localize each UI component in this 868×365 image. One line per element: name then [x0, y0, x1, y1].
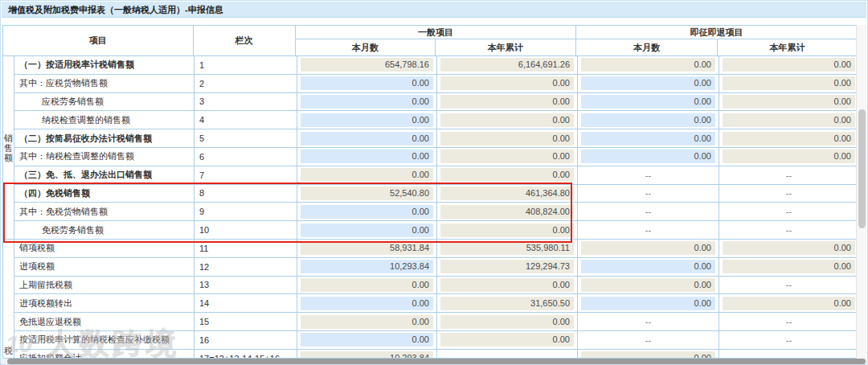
value-cell: 6,164,691.26: [437, 56, 578, 74]
amount-readonly: 0.00: [723, 241, 855, 255]
table-row: 销项税额1158,931.84535,980.110.000.00: [14, 240, 857, 258]
value-cell: 0.00: [297, 166, 437, 184]
amount-readonly: 0.00: [581, 58, 715, 72]
vertical-scrollbar[interactable]: [856, 25, 867, 359]
amount-input[interactable]: 0.00: [581, 76, 715, 90]
amount-readonly: 0.00: [723, 58, 855, 72]
value-cell: 0.00: [719, 258, 857, 276]
table-row: （四）免税销售额852,540.80461,364.80----: [14, 185, 857, 203]
vertical-scrollbar-thumb[interactable]: [858, 109, 866, 228]
amount-readonly: 0.00: [440, 224, 574, 237]
amount-input[interactable]: 0.00: [581, 132, 715, 146]
value-cell-empty: --: [719, 221, 857, 239]
header-refund-title: 即征即退项目: [576, 26, 857, 39]
amount-readonly: 0.00: [440, 278, 574, 292]
amount-readonly: 10,293.84: [301, 351, 433, 358]
amount-readonly: 0.00: [581, 278, 715, 292]
row-item-label: 其中：应税货物销售额: [14, 75, 194, 92]
amount-readonly: 654,798.16: [301, 58, 433, 72]
amount-readonly: 0.00: [723, 76, 855, 90]
amount-input[interactable]: 0.00: [301, 95, 433, 109]
row-item-label: 进项税额转出: [14, 294, 194, 312]
amount-input[interactable]: 0.00: [301, 297, 433, 310]
amount-input[interactable]: 0.00: [301, 224, 433, 237]
header-refund-ytd: 本年累计: [718, 39, 857, 55]
value-cell-empty: --: [719, 166, 857, 184]
value-cell: 0.00: [297, 75, 437, 92]
amount-readonly: 58,931.84: [301, 241, 433, 255]
amount-readonly: 31,650.50: [440, 297, 574, 310]
row-line-number: 4: [194, 111, 297, 129]
row-line-number: 2: [194, 75, 297, 92]
amount-input[interactable]: 0.00: [301, 113, 433, 127]
vat-declaration-page: 增值税及附加税费申报表（一般纳税人适用）-申报信息 项目 栏次 一般项目 本月数…: [0, 0, 868, 365]
amount-input[interactable]: 0.00: [301, 333, 433, 347]
row-line-number: 6: [194, 148, 297, 166]
row-line-number: 15: [194, 313, 297, 330]
amount-input[interactable]: 0.00: [301, 205, 433, 219]
dash-placeholder: --: [645, 207, 651, 216]
row-line-number: 8: [194, 185, 297, 203]
table-row: 上期留抵税额130.000.000.00--: [14, 277, 857, 295]
value-cell: 0.00: [437, 221, 578, 239]
value-cell: 0.00: [719, 129, 857, 147]
amount-readonly: 0.00: [723, 260, 855, 273]
header-general-current-month: 本月数: [296, 39, 436, 55]
value-cell: 0.00: [719, 294, 857, 312]
value-cell: 0.00: [719, 75, 857, 92]
value-cell-empty: --: [578, 221, 719, 239]
amount-readonly: 0.00: [723, 95, 855, 109]
amount-input[interactable]: 0.00: [301, 76, 433, 90]
amount-readonly: 535,980.11: [440, 241, 574, 255]
table-row: 应抵扣税额合计17=12+13-14-15+1610,293.84--0.00-…: [14, 350, 857, 358]
row-item-label: 应税劳务销售额: [14, 93, 194, 111]
amount-input[interactable]: 0.00: [301, 132, 433, 146]
value-cell: 461,364.80: [437, 185, 578, 203]
dash-placeholder: --: [786, 354, 792, 358]
amount-input[interactable]: 0.00: [301, 150, 433, 163]
value-cell-empty: --: [719, 350, 857, 358]
value-cell-empty: --: [578, 331, 719, 349]
page-title: 增值税及附加税费申报表（一般纳税人适用）-申报信息: [2, 2, 866, 18]
amount-input[interactable]: 0.00: [581, 113, 715, 127]
value-cell: 0.00: [719, 111, 857, 129]
amount-input[interactable]: 0.00: [581, 260, 715, 273]
horizontal-scrollbar[interactable]: [1, 359, 867, 364]
row-line-number: 5: [194, 129, 297, 147]
value-cell: 0.00: [578, 240, 719, 257]
value-cell: 0.00: [437, 75, 578, 92]
row-item-label: （二）按简易征收办法计税销售额: [14, 129, 194, 147]
row-line-number: 16: [194, 331, 297, 349]
amount-readonly: 6,164,691.26: [440, 58, 574, 72]
value-cell-empty: --: [719, 185, 857, 203]
header-general-title: 一般项目: [296, 26, 575, 39]
table-row: 其中：应税货物销售额20.000.000.000.00: [14, 75, 857, 93]
table-row: （三）免、抵、退办法出口销售额70.000.00----: [14, 166, 857, 185]
amount-input[interactable]: 0.00: [581, 297, 715, 310]
value-cell: 0.00: [297, 148, 437, 166]
value-cell: 0.00: [578, 93, 719, 111]
amount-readonly: 0.00: [301, 168, 433, 182]
amount-input[interactable]: 0.00: [581, 95, 715, 109]
amount-input[interactable]: 10,293.84: [301, 260, 433, 273]
table-row: 免税劳务销售额100.000.00----: [14, 221, 857, 240]
amount-readonly: 129,294.73: [440, 260, 574, 273]
value-cell: 0.00: [437, 331, 578, 349]
value-cell: 0.00: [437, 313, 578, 330]
row-item-label: 其中：免税货物销售额: [14, 203, 194, 220]
row-group-tax: 税: [3, 240, 14, 358]
amount-readonly: 0.00: [440, 113, 574, 127]
row-item-label: 免税劳务销售额: [14, 221, 194, 239]
horizontal-scrollbar-thumb[interactable]: [7, 359, 866, 364]
row-item-label: 进项税额: [14, 258, 194, 276]
dash-placeholder: --: [645, 170, 651, 180]
row-item-label: 销项税额: [14, 240, 194, 257]
amount-input[interactable]: 0.00: [581, 150, 715, 163]
value-cell: 0.00: [578, 294, 719, 312]
value-cell: 654,798.16: [297, 56, 437, 74]
row-item-label: 其中：纳税检查调整的销售额: [14, 148, 194, 166]
row-line-number: 11: [194, 240, 297, 257]
value-cell: 0.00: [578, 148, 719, 166]
value-cell-empty: --: [719, 203, 857, 220]
value-cell: 0.00: [297, 331, 437, 349]
